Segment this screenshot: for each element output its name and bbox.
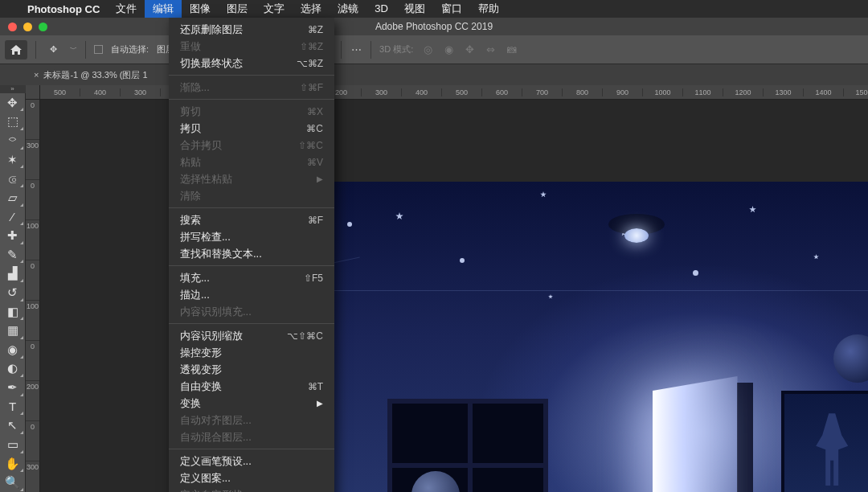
menu-item-label: 切换最终状态 bbox=[180, 56, 243, 71]
more-icon[interactable]: ⋯ bbox=[350, 43, 362, 56]
menu-item-label: 变换 bbox=[180, 396, 201, 411]
menu-item-变换[interactable]: 变换▶ bbox=[169, 395, 334, 412]
menu-item-label: 描边... bbox=[180, 288, 210, 302]
ruler-vertical[interactable]: 030001000100020003000400050006000 bbox=[26, 100, 40, 492]
menu-item-自由变换[interactable]: 自由变换⌘T bbox=[169, 378, 334, 395]
menu-item-定义图案[interactable]: 定义图案... bbox=[169, 469, 334, 486]
submenu-arrow-icon: ▶ bbox=[317, 174, 323, 183]
menu-separator bbox=[169, 207, 334, 208]
history-brush-tool[interactable]: ↺ bbox=[2, 283, 24, 302]
menu-item-操控变形[interactable]: 操控变形 bbox=[169, 344, 334, 361]
menu-文件[interactable]: 文件 bbox=[108, 0, 145, 18]
frame-tool[interactable]: ▱ bbox=[2, 188, 24, 207]
menu-item-label: 定义图案... bbox=[180, 471, 231, 486]
menu-item-label: 定义自定形状... bbox=[180, 488, 252, 493]
3d-roll-icon[interactable]: ◉ bbox=[442, 43, 455, 56]
menu-item-拷贝[interactable]: 拷贝⌘C bbox=[169, 120, 334, 137]
menu-item-查找和替换文本[interactable]: 查找和替换文本... bbox=[169, 245, 334, 262]
hand-tool[interactable]: ✋ bbox=[2, 454, 24, 474]
menu-item-label: 还原删除图层 bbox=[180, 23, 243, 37]
close-window-button[interactable] bbox=[8, 23, 17, 31]
divider bbox=[35, 41, 36, 59]
3d-pan-icon[interactable]: ✥ bbox=[463, 43, 476, 56]
menu-滤镜[interactable]: 滤镜 bbox=[330, 0, 366, 18]
blur-tool[interactable]: ◉ bbox=[2, 340, 24, 359]
menu-item-拼写检查[interactable]: 拼写检查... bbox=[169, 228, 334, 245]
traffic-lights bbox=[0, 23, 47, 31]
ruler-origin[interactable] bbox=[26, 85, 40, 100]
3d-orbit-icon[interactable]: ◎ bbox=[421, 43, 434, 56]
menu-separator bbox=[169, 265, 334, 266]
menu-item-label: 搜索 bbox=[180, 213, 201, 228]
crop-tool[interactable]: ⟃ bbox=[2, 169, 24, 188]
shortcut-label: ⇧F5 bbox=[304, 273, 323, 284]
marquee-tool[interactable]: ⬚ bbox=[2, 112, 24, 131]
menu-item-label: 拼写检查... bbox=[180, 230, 231, 244]
move-tool-icon[interactable]: ✥ bbox=[44, 41, 62, 59]
close-tab-icon[interactable]: × bbox=[34, 70, 39, 80]
menu-item-label: 粘贴 bbox=[180, 155, 201, 170]
window-titlebar: Adobe Photoshop CC 2019 bbox=[0, 18, 868, 35]
menu-文字[interactable]: 文字 bbox=[256, 0, 293, 18]
menu-item-内容识别填充: 内容识别填充... bbox=[169, 303, 334, 320]
move-tool[interactable]: ✥ bbox=[2, 93, 24, 113]
dodge-tool[interactable]: ◐ bbox=[2, 359, 24, 379]
zoom-tool[interactable]: 🔍 bbox=[2, 473, 24, 492]
3d-slide-icon[interactable]: ⇔ bbox=[484, 43, 497, 56]
menu-3D[interactable]: 3D bbox=[366, 0, 396, 18]
menu-item-还原删除图层[interactable]: 还原删除图层⌘Z bbox=[169, 21, 334, 38]
menu-编辑[interactable]: 编辑 bbox=[145, 0, 182, 18]
auto-select-label: 自动选择: bbox=[111, 43, 149, 55]
menu-图层[interactable]: 图层 bbox=[219, 0, 256, 18]
menu-item-合并拷贝: 合并拷贝⇧⌘C bbox=[169, 137, 334, 154]
minimize-window-button[interactable] bbox=[23, 23, 32, 31]
home-button[interactable] bbox=[5, 40, 27, 59]
shortcut-label: ⌘T bbox=[308, 381, 323, 392]
auto-select-checkbox[interactable] bbox=[94, 45, 103, 54]
3d-camera-icon[interactable]: 📷︎ bbox=[505, 43, 518, 56]
menu-item-透视变形[interactable]: 透视变形 bbox=[169, 361, 334, 378]
app-name[interactable]: Photoshop CC bbox=[19, 3, 108, 15]
pen-tool[interactable]: ✒ bbox=[2, 378, 24, 397]
zoom-window-button[interactable] bbox=[39, 23, 47, 31]
document-tab[interactable]: × 未标题-1 @ 33.3% (图层 1 bbox=[27, 64, 154, 85]
menu-item-粘贴: 粘贴⌘V bbox=[169, 154, 334, 170]
menu-item-重做: 重做⇧⌘Z bbox=[169, 38, 334, 55]
collapse-tools-icon[interactable]: » bbox=[0, 85, 26, 93]
shape-tool[interactable]: ▭ bbox=[2, 435, 24, 454]
shortcut-label: ⇧⌘Z bbox=[300, 41, 323, 52]
menu-item-搜索[interactable]: 搜索⌘F bbox=[169, 211, 334, 228]
menu-图像[interactable]: 图像 bbox=[182, 0, 219, 18]
lasso-tool[interactable]: ⌔ bbox=[2, 131, 24, 150]
quick-select-tool[interactable]: ✶ bbox=[2, 150, 24, 170]
menu-item-渐隐: 渐隐...⇧⌘F bbox=[169, 79, 334, 96]
type-tool[interactable]: T bbox=[2, 397, 24, 416]
menu-item-切换最终状态[interactable]: 切换最终状态⌥⌘Z bbox=[169, 55, 334, 72]
gradient-tool[interactable]: ▦ bbox=[2, 321, 24, 340]
menu-item-内容识别缩放[interactable]: 内容识别缩放⌥⇧⌘C bbox=[169, 327, 334, 344]
tool-preset-dropdown[interactable]: ﹀ bbox=[70, 44, 77, 55]
menu-item-描边[interactable]: 描边... bbox=[169, 286, 334, 303]
shortcut-label: ⌘X bbox=[307, 106, 323, 117]
shortcut-label: ⇧⌘F bbox=[300, 82, 323, 93]
menu-item-label: 渐隐... bbox=[180, 80, 210, 95]
eraser-tool[interactable]: ◧ bbox=[2, 302, 24, 322]
menu-item-label: 透视变形 bbox=[180, 363, 222, 377]
clone-stamp-tool[interactable]: ▟ bbox=[2, 264, 24, 283]
ruler-horizontal[interactable]: 5004003002001000100200300400500600700800… bbox=[40, 85, 868, 100]
healing-tool[interactable]: ✚ bbox=[2, 226, 24, 245]
menu-窗口[interactable]: 窗口 bbox=[433, 0, 470, 18]
edit-menu-dropdown: 还原删除图层⌘Z重做⇧⌘Z切换最终状态⌥⌘Z渐隐...⇧⌘F剪切⌘X拷贝⌘C合并… bbox=[169, 18, 334, 492]
menu-帮助[interactable]: 帮助 bbox=[470, 0, 507, 18]
path-select-tool[interactable]: ↖ bbox=[2, 416, 24, 435]
3d-mode-label: 3D 模式: bbox=[379, 43, 413, 55]
document-tab-label: 未标题-1 @ 33.3% (图层 1 bbox=[43, 69, 147, 81]
menu-选择[interactable]: 选择 bbox=[293, 0, 330, 18]
menu-视图[interactable]: 视图 bbox=[396, 0, 433, 18]
menu-item-label: 自动对齐图层... bbox=[180, 413, 252, 428]
brush-tool[interactable]: ✎ bbox=[2, 245, 24, 264]
menu-item-填充[interactable]: 填充...⇧F5 bbox=[169, 269, 334, 286]
canvas-area[interactable]: 5004003002001000100200300400500600700800… bbox=[26, 85, 868, 492]
menu-item-定义画笔预设[interactable]: 定义画笔预设... bbox=[169, 453, 334, 469]
eyedropper-tool[interactable]: ⁄ bbox=[2, 207, 24, 227]
